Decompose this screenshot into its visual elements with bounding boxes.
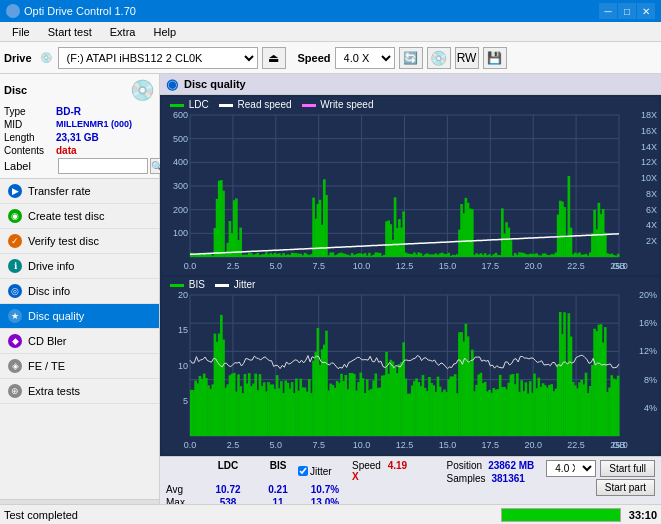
minimize-button[interactable]: ─ bbox=[599, 3, 617, 19]
position-row: Position 23862 MB bbox=[447, 460, 535, 471]
avg-label: Avg bbox=[166, 484, 198, 495]
app-title: Opti Drive Control 1.70 bbox=[24, 5, 136, 17]
chart-header: ◉ Disc quality bbox=[160, 74, 661, 95]
samples-row: Samples 381361 bbox=[447, 473, 535, 484]
menu-extra[interactable]: Extra bbox=[102, 24, 144, 40]
type-label: Type bbox=[4, 106, 56, 117]
mid-field: MID MILLENMR1 (000) bbox=[4, 119, 155, 130]
test-speed-select[interactable]: 4.0 X bbox=[546, 460, 596, 477]
stats-right: Position 23862 MB Samples 381361 bbox=[447, 460, 535, 484]
maximize-button[interactable]: □ bbox=[618, 3, 636, 19]
speed-stat-label: Speed bbox=[352, 460, 381, 471]
extra-tests-label: Extra tests bbox=[28, 385, 80, 397]
status-progress-fill bbox=[502, 509, 620, 521]
sidebar-item-create-test-disc[interactable]: ◉ Create test disc bbox=[0, 204, 159, 229]
stats-headers: LDC BIS Jitter Speed 4.19 X bbox=[166, 460, 412, 482]
drive-select[interactable]: (F:) ATAPI iHBS112 2 CL0K bbox=[58, 47, 258, 69]
main-content: ◉ Disc quality LDC Read speed bbox=[160, 74, 661, 524]
menu-help[interactable]: Help bbox=[145, 24, 184, 40]
bis-legend-bis: BIS bbox=[170, 279, 205, 290]
disc-info-label: Disc info bbox=[28, 285, 70, 297]
verify-test-disc-label: Verify test disc bbox=[28, 235, 99, 247]
title-bar: Opti Drive Control 1.70 ─ □ ✕ bbox=[0, 0, 661, 22]
close-button[interactable]: ✕ bbox=[637, 3, 655, 19]
speed-start-area: 4.0 X Start full Start part bbox=[546, 460, 655, 496]
disc-info-icon: ◎ bbox=[8, 284, 22, 298]
length-value: 23,31 GB bbox=[56, 132, 99, 143]
nav-items: ▶ Transfer rate ◉ Create test disc ✓ Ver… bbox=[0, 179, 159, 499]
ldc-avg: 10.72 bbox=[198, 484, 258, 495]
extra-tests-icon: ⊕ bbox=[8, 384, 22, 398]
sidebar-item-disc-quality[interactable]: ★ Disc quality bbox=[0, 304, 159, 329]
sidebar-item-drive-info[interactable]: ℹ Drive info bbox=[0, 254, 159, 279]
jitter-avg: 10.7% bbox=[298, 484, 352, 495]
position-value: 23862 MB bbox=[488, 460, 534, 471]
status-progress-bar bbox=[501, 508, 621, 522]
sidebar-item-disc-info[interactable]: ◎ Disc info bbox=[0, 279, 159, 304]
sidebar-item-fe-te[interactable]: ◈ FE / TE bbox=[0, 354, 159, 379]
disc-panel: Disc 💿 Type BD-R MID MILLENMR1 (000) Len… bbox=[0, 74, 159, 179]
bis-avg: 0.21 bbox=[258, 484, 298, 495]
sidebar-item-cd-bler[interactable]: ◆ CD Bler bbox=[0, 329, 159, 354]
menu-start-test[interactable]: Start test bbox=[40, 24, 100, 40]
samples-value: 381361 bbox=[492, 473, 525, 484]
speed-select[interactable]: 4.0 X bbox=[335, 47, 395, 69]
jitter-header: Jitter bbox=[310, 466, 332, 477]
cd-bler-label: CD Bler bbox=[28, 335, 67, 347]
samples-label: Samples bbox=[447, 473, 486, 484]
ldc-color bbox=[170, 104, 184, 107]
avg-row: Avg 10.72 0.21 10.7% bbox=[166, 484, 412, 495]
position-label: Position bbox=[447, 460, 483, 471]
sidebar: Disc 💿 Type BD-R MID MILLENMR1 (000) Len… bbox=[0, 74, 160, 524]
sidebar-item-verify-test-disc[interactable]: ✓ Verify test disc bbox=[0, 229, 159, 254]
type-field: Type BD-R bbox=[4, 106, 155, 117]
title-bar-left: Opti Drive Control 1.70 bbox=[6, 4, 136, 18]
jitter-check-area: Jitter bbox=[298, 460, 348, 482]
sidebar-item-extra-tests[interactable]: ⊕ Extra tests bbox=[0, 379, 159, 404]
chart-title-icon: ◉ bbox=[166, 76, 178, 92]
eject-button[interactable]: ⏏ bbox=[262, 47, 286, 69]
fe-te-icon: ◈ bbox=[8, 359, 22, 373]
mid-label: MID bbox=[4, 119, 56, 130]
disc-quality-label: Disc quality bbox=[28, 310, 84, 322]
start-part-button[interactable]: Start part bbox=[596, 479, 655, 496]
app-icon bbox=[6, 4, 20, 18]
label-input[interactable] bbox=[58, 158, 148, 174]
disc-panel-header: Disc 💿 bbox=[4, 78, 155, 102]
drive-label: Drive bbox=[4, 52, 32, 64]
title-bar-controls: ─ □ ✕ bbox=[599, 3, 655, 19]
bis-chart bbox=[162, 277, 659, 454]
ldc-header: LDC bbox=[198, 460, 258, 482]
verify-test-disc-icon: ✓ bbox=[8, 234, 22, 248]
ldc-chart-container: LDC Read speed Write speed bbox=[162, 97, 659, 275]
disc-button[interactable]: 💿 bbox=[427, 47, 451, 69]
start-part-row: Start part bbox=[546, 479, 655, 496]
stats-empty bbox=[166, 460, 198, 482]
charts-area: LDC Read speed Write speed bbox=[160, 95, 661, 456]
jitter-checkbox[interactable] bbox=[298, 466, 308, 476]
menu-file[interactable]: File bbox=[4, 24, 38, 40]
speed-label: Speed bbox=[298, 52, 331, 64]
status-bar: Test completed 33:10 bbox=[0, 504, 661, 524]
bis-legend: BIS Jitter bbox=[170, 279, 255, 290]
transfer-rate-label: Transfer rate bbox=[28, 185, 91, 197]
rw-button[interactable]: RW bbox=[455, 47, 479, 69]
read-speed-color bbox=[219, 104, 233, 107]
bis-chart-container: BIS Jitter bbox=[162, 277, 659, 454]
create-test-disc-icon: ◉ bbox=[8, 209, 22, 223]
chart-title: Disc quality bbox=[184, 78, 246, 90]
save-button[interactable]: 💾 bbox=[483, 47, 507, 69]
disc-panel-icon: 💿 bbox=[130, 78, 155, 102]
label-row: Label 🔍 bbox=[4, 158, 155, 174]
speed-area: Speed 4.19 X bbox=[352, 460, 412, 482]
start-full-button[interactable]: Start full bbox=[600, 460, 655, 477]
bis-color bbox=[170, 284, 184, 287]
ldc-legend: LDC Read speed Write speed bbox=[170, 99, 373, 110]
length-label: Length bbox=[4, 132, 56, 143]
transfer-rate-icon: ▶ bbox=[8, 184, 22, 198]
sidebar-item-transfer-rate[interactable]: ▶ Transfer rate bbox=[0, 179, 159, 204]
refresh-button[interactable]: 🔄 bbox=[399, 47, 423, 69]
type-value: BD-R bbox=[56, 106, 81, 117]
status-text: Test completed bbox=[4, 509, 501, 521]
main-layout: Disc 💿 Type BD-R MID MILLENMR1 (000) Len… bbox=[0, 74, 661, 524]
